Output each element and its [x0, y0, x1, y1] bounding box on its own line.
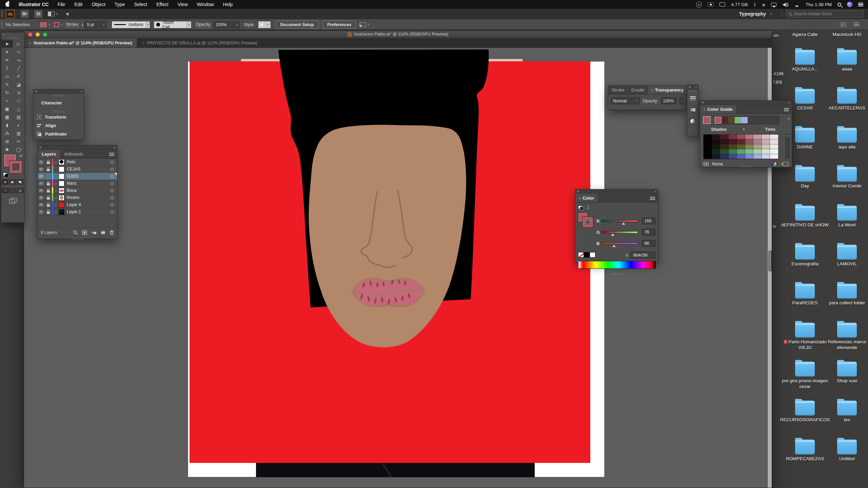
lock-toggle[interactable] [45, 201, 52, 208]
guide-swatch-r3c2[interactable] [712, 144, 721, 149]
guide-swatch-r1c8[interactable] [762, 135, 770, 139]
type-tool[interactable]: T [1, 64, 13, 72]
layer-target-circle[interactable] [111, 182, 114, 185]
dock-item-pathfinder[interactable]: Pathfinder [34, 130, 84, 138]
guide-swatch-r5c3[interactable] [720, 154, 729, 159]
guide-swatch-r5c4[interactable] [729, 154, 737, 159]
dock-close-icon[interactable]: ✕ [35, 90, 38, 94]
stock-button[interactable]: St [34, 10, 42, 18]
free-transform-tool[interactable]: □ [13, 97, 24, 105]
color-resize-grip[interactable] [610, 273, 623, 274]
eyedropper-tool[interactable]: ⧫ [1, 121, 13, 129]
zoom-tool[interactable]: ◯ [13, 145, 24, 154]
align-options-chevron[interactable]: ˅ [367, 23, 369, 26]
visibility-toggle[interactable] [38, 194, 45, 201]
layer-target-circle[interactable] [111, 161, 114, 164]
create-sublayer-icon[interactable] [91, 230, 97, 235]
draw-normal-button[interactable]: ❍ [2, 188, 9, 193]
dock-grip[interactable] [52, 95, 65, 96]
color-swap-icon[interactable]: ⤸ [587, 205, 589, 209]
guide-swatch-r4c2[interactable] [712, 149, 721, 154]
tab-artboards[interactable]: Artboards [60, 150, 87, 158]
visibility-toggle[interactable] [38, 159, 45, 165]
guide-swatch-r1c4[interactable] [729, 135, 737, 139]
guide-swatch-r2c1[interactable] [704, 139, 712, 144]
window-minimize-button[interactable] [36, 33, 40, 37]
fill-color-swatch[interactable] [39, 22, 47, 28]
dock-item-align[interactable]: Align [34, 121, 84, 130]
harmony-swatch-2[interactable] [722, 117, 728, 123]
opacity-link[interactable]: Opacity: [196, 22, 211, 27]
guide-swatch-r1c7[interactable] [753, 135, 762, 139]
menu-effect[interactable]: Effect [156, 2, 169, 7]
desktop-item-interior-combi[interactable]: Interior Combi [822, 167, 868, 189]
toolbox-stroke-swatch[interactable] [9, 161, 22, 173]
guide-swatch-r1c9[interactable] [770, 135, 778, 139]
menu-type[interactable]: Type [115, 2, 125, 7]
canvas-area[interactable] [24, 48, 772, 488]
guide-swatch-r2c4[interactable] [729, 139, 737, 144]
draw-inside-button[interactable]: ◎ [17, 188, 24, 193]
width-tool[interactable]: ≈ [1, 97, 13, 105]
tab-layers[interactable]: Layers [38, 150, 60, 158]
notification-center-icon[interactable] [858, 3, 863, 6]
direct-selection-tool[interactable]: ▷ [13, 40, 24, 48]
stock-search-box[interactable] [786, 10, 864, 18]
layer-target-circle[interactable] [111, 210, 114, 214]
dock-expand-icon[interactable]: » [81, 90, 82, 94]
desktop-item-aaaa[interactable]: aaaa [822, 50, 868, 72]
color-menu-icon[interactable] [650, 195, 658, 201]
create-new-layer-icon[interactable] [101, 230, 105, 235]
layer-expand-chevron[interactable]: › [53, 182, 59, 185]
guide-swatch-r1c1[interactable] [704, 135, 712, 139]
menu-clock[interactable]: Thu 1:38 PM [806, 2, 832, 7]
guide-swatch-r5c1[interactable] [704, 154, 712, 159]
magic-wand-tool[interactable]: ✦ [1, 48, 13, 56]
gradient-tool[interactable]: ▤ [13, 113, 24, 121]
airplay-icon[interactable] [771, 3, 776, 6]
lock-toggle[interactable] [45, 194, 52, 201]
minidock-grip[interactable] [689, 90, 696, 92]
guide-swatch-r2c7[interactable] [753, 139, 762, 144]
keyboard-layout-icon[interactable]: ISO [794, 2, 800, 7]
layer-row-layer-1[interactable]: ›Layer 1 [38, 208, 117, 216]
layers-collapse-icon[interactable]: ‹‹ [114, 146, 115, 149]
paintbrush-tool[interactable]: ✐ [13, 72, 24, 80]
colorguide-scrollbar[interactable]: ∧∨ [786, 134, 789, 159]
none-mode-button[interactable] [17, 179, 23, 185]
layer-expand-chevron[interactable]: › [53, 210, 59, 214]
guide-swatch-r2c9[interactable] [770, 139, 778, 144]
search-input[interactable] [793, 12, 861, 16]
make-clipping-mask-icon[interactable] [82, 230, 87, 235]
guide-swatch-r5c5[interactable] [737, 154, 745, 159]
color-close-icon[interactable]: ✕ [577, 190, 579, 194]
guide-swatch-r2c5[interactable] [737, 139, 745, 144]
bridge-button[interactable]: Br [21, 10, 29, 18]
default-fill-stroke-icon[interactable] [3, 172, 8, 177]
color-spectrum-bar[interactable] [578, 261, 656, 269]
color-stroke-swatch[interactable] [583, 217, 593, 227]
guide-swatch-r4c7[interactable] [753, 149, 762, 154]
guide-swatch-r3c3[interactable] [720, 144, 729, 149]
harmony-swatch-3[interactable] [728, 117, 735, 123]
color-mode-button[interactable] [2, 179, 8, 185]
lock-toggle[interactable] [45, 208, 52, 215]
tab-transparency[interactable]: ◇Transparency [648, 86, 687, 94]
delete-layer-icon[interactable] [110, 230, 114, 235]
guide-swatch-r2c3[interactable] [720, 139, 729, 144]
rectangle-tool[interactable]: ▭ [1, 72, 13, 80]
guide-swatch-r5c6[interactable] [745, 154, 754, 159]
perspective-grid-tool[interactable]: △ [13, 105, 24, 113]
base-color-swatch[interactable] [703, 117, 710, 124]
layer-expand-chevron[interactable]: › [53, 160, 59, 164]
guide-swatch-r4c9[interactable] [770, 149, 778, 154]
dock-grip-2[interactable] [52, 110, 65, 112]
dock-item-transform[interactable]: Transform [34, 113, 84, 121]
opacity-field[interactable]: 100% [213, 21, 234, 28]
guide-swatch-r2c8[interactable] [762, 139, 770, 144]
visibility-toggle[interactable] [38, 173, 45, 180]
layer-expand-chevron[interactable]: › [53, 196, 59, 200]
guide-swatch-r1c6[interactable] [745, 135, 754, 139]
channel-slider[interactable] [601, 231, 638, 233]
limit-colors-icon[interactable] [704, 162, 709, 166]
